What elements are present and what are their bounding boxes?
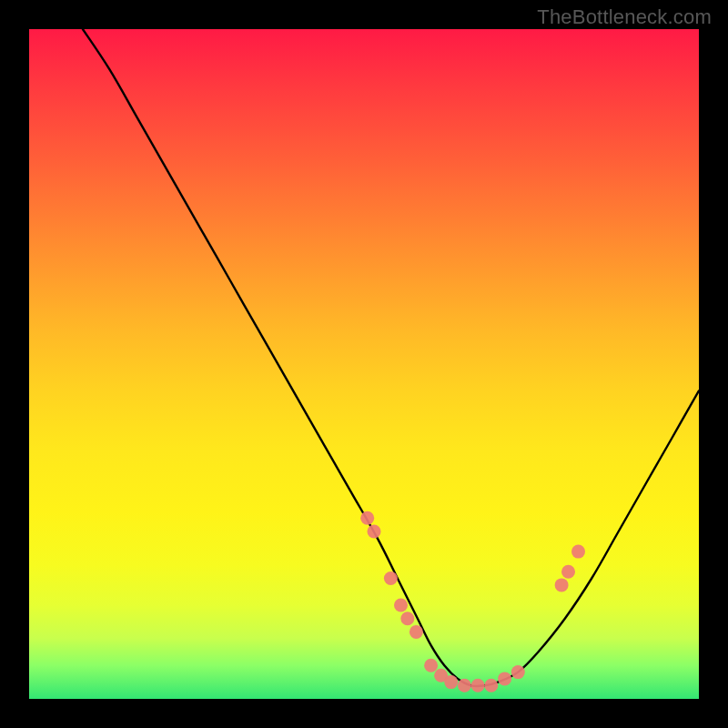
- scatter-dot: [424, 659, 438, 672]
- scatter-dot: [458, 679, 471, 693]
- chart-frame: TheBottleneck.com: [0, 0, 728, 728]
- scatter-dot: [471, 679, 485, 693]
- scatter-dot: [498, 672, 511, 685]
- scatter-dot: [360, 511, 374, 525]
- scatter-dot: [384, 571, 398, 585]
- scatter-dot: [561, 565, 575, 579]
- plot-area: [29, 29, 699, 699]
- bottleneck-curve: [83, 29, 699, 686]
- watermark-text: TheBottleneck.com: [537, 5, 712, 29]
- scatter-dot: [444, 675, 458, 689]
- scatter-dot: [394, 599, 408, 612]
- scatter-dots: [360, 511, 585, 693]
- scatter-dot: [571, 545, 585, 559]
- scatter-dot: [555, 578, 569, 592]
- scatter-dot: [410, 625, 423, 639]
- scatter-dot: [511, 665, 525, 679]
- chart-svg: [29, 29, 699, 699]
- scatter-dot: [400, 612, 414, 625]
- scatter-dot: [368, 525, 381, 539]
- scatter-dot: [484, 679, 498, 693]
